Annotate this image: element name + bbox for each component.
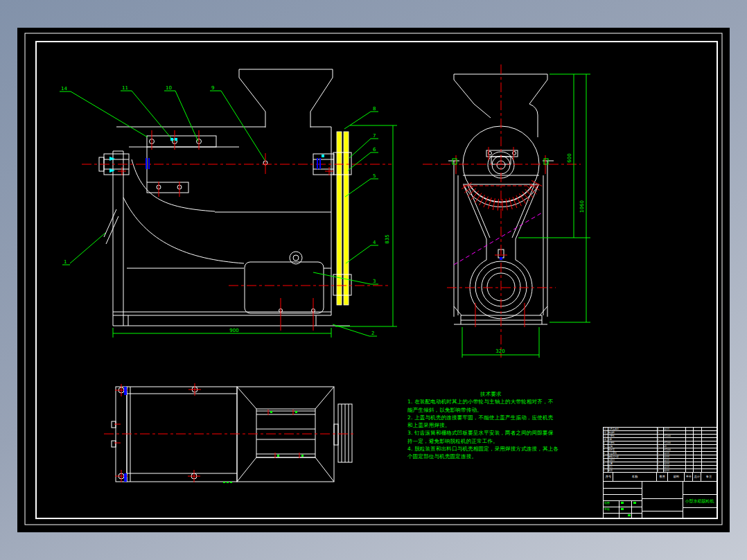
dim-stand-width: 320 bbox=[495, 349, 504, 354]
parts-list: 13六角头螺栓8Q23512电动机111小带轮1HT20010V带29大带轮1H… bbox=[604, 428, 717, 473]
title-block: 13六角头螺栓8Q23512电动机111小带轮1HT20010V带29大带轮1H… bbox=[603, 427, 717, 518]
notes-line: 能产生倾斜，以免影响带传动。 bbox=[407, 406, 581, 414]
parts-list-header: 序号 名称 数量 材料 单件 总计 备注 bbox=[604, 472, 717, 482]
col-no: 序号 bbox=[605, 474, 610, 478]
dim-body-height: 835 bbox=[385, 234, 390, 243]
col-total-weight: 总计 bbox=[694, 474, 699, 478]
signature-label: 制图 bbox=[604, 501, 610, 505]
dim-base-width: 900 bbox=[229, 328, 238, 333]
notes-title: 技术要求 bbox=[407, 390, 581, 398]
balloon: 1 bbox=[64, 259, 67, 265]
col-material: 材料 bbox=[673, 474, 678, 478]
notes-line: 4. 脱粒装置和出料口与机壳相固定，采用焊接方式连接，其上各 bbox=[407, 445, 581, 453]
notes-line: 2. 上盖与机壳的连接要牢固，不能使上盖产生振动，应使机壳 bbox=[407, 414, 581, 421]
balloon: 9 bbox=[211, 85, 214, 91]
notes-line: 个固定部位与机壳固定连接。 bbox=[407, 453, 581, 460]
title-block-lower: 制图 审核 小型水稻脱粒机 bbox=[604, 482, 717, 518]
dim-total-height: 1060 bbox=[579, 200, 585, 213]
balloon-numbers: 14 11 10 9 8 7 6 5 4 3 2 1 bbox=[61, 85, 376, 336]
balloon: 14 bbox=[61, 86, 67, 91]
notes-line: 1. 在装配电动机时其上的小带轮与主轴上的大带轮相对齐，不 bbox=[407, 398, 581, 405]
notes-line: 3. 钉齿滚筒和栅格式凹板要呈水平安装，两者之间的间隙要保 bbox=[407, 429, 581, 437]
balloon: 8 bbox=[373, 106, 376, 112]
balloon: 3 bbox=[373, 279, 376, 284]
technical-notes: 技术要求 1. 在装配电动机时其上的小带轮与主轴上的大带轮相对齐，不 能产生倾斜… bbox=[407, 390, 581, 461]
col-remark: 备注 bbox=[706, 474, 712, 478]
balloon: 6 bbox=[373, 147, 376, 152]
balloon: 7 bbox=[373, 133, 376, 139]
side-view-linework bbox=[99, 69, 351, 326]
signature-label: 审核 bbox=[604, 507, 610, 511]
balloon: 10 bbox=[166, 85, 172, 91]
balloon: 5 bbox=[373, 173, 376, 179]
col-name: 名称 bbox=[632, 474, 638, 478]
notes-line: 和上盖采用焊接。 bbox=[407, 421, 581, 429]
section-marks-cyan bbox=[109, 138, 324, 173]
col-qty: 数量 bbox=[659, 474, 665, 478]
balloon: 4 bbox=[373, 240, 376, 245]
green-detail-marks bbox=[223, 411, 304, 483]
notes-line: 持一定，避免影响脱粒机的正常工作。 bbox=[407, 437, 581, 445]
cad-drawing-viewport: 900 835 320 600 1060 14 11 10 9 8 7 6 5 … bbox=[0, 0, 747, 560]
dim-upper-height: 600 bbox=[567, 153, 572, 162]
drawing-title: 小型水稻脱粒机 bbox=[683, 495, 717, 507]
balloon: 2 bbox=[371, 331, 374, 336]
balloon: 11 bbox=[122, 85, 128, 91]
col-unit-weight: 单件 bbox=[685, 474, 691, 478]
